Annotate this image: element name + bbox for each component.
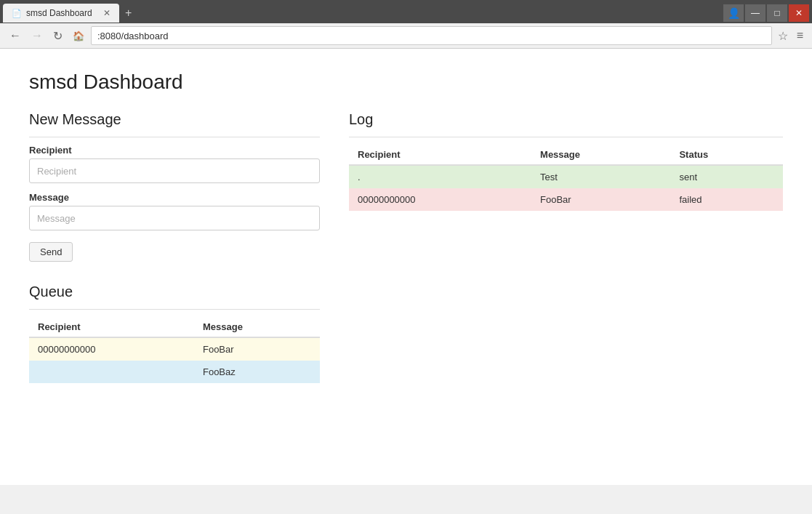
log-cell-message: Test: [531, 165, 670, 188]
log-col-message: Message: [531, 145, 670, 165]
navigation-toolbar: ← → ↻ 🏠 ☆ ≡: [0, 23, 812, 49]
page-title: smsd Dashboard: [29, 71, 783, 94]
minimize-button[interactable]: —: [745, 4, 765, 22]
message-input[interactable]: [29, 206, 320, 230]
queue-cell-recipient: 00000000000: [29, 337, 194, 361]
queue-table: Recipient Message 00000000000 FooBar Foo…: [29, 317, 320, 383]
new-tab-button[interactable]: +: [119, 4, 137, 23]
log-header-row: Recipient Message Status: [349, 145, 783, 165]
queue-cell-message: FooBar: [194, 337, 320, 361]
table-row: . Test sent: [349, 165, 783, 188]
message-label: Message: [29, 192, 320, 203]
back-button[interactable]: ←: [6, 28, 25, 44]
table-row: FooBaz: [29, 361, 320, 383]
tab-area: 📄 smsd Dashboard ✕ +: [3, 4, 137, 23]
log-col-status: Status: [670, 145, 783, 165]
browser-window: 📄 smsd Dashboard ✕ + 👤 — □ ✕ ← → ↻ 🏠 ☆ ≡…: [0, 0, 812, 485]
log-table: Recipient Message Status . Test sent 000…: [349, 145, 783, 211]
queue-cell-recipient: [29, 361, 194, 383]
log-cell-status: failed: [670, 188, 783, 211]
log-cell-recipient: 00000000000: [349, 188, 531, 211]
menu-button[interactable]: ≡: [794, 28, 806, 44]
queue-title: Queue: [29, 284, 320, 300]
tab-favicon: 📄: [12, 9, 22, 18]
new-message-divider: [29, 137, 320, 137]
send-button[interactable]: Send: [29, 242, 73, 262]
log-title: Log: [349, 111, 783, 128]
favorites-button[interactable]: ☆: [775, 28, 791, 44]
forward-button[interactable]: →: [28, 28, 47, 44]
toolbar-icons: ☆ ≡: [775, 28, 806, 44]
profile-button[interactable]: 👤: [723, 4, 744, 22]
queue-col-recipient: Recipient: [29, 317, 194, 337]
new-message-title: New Message: [29, 111, 320, 128]
recipient-label: Recipient: [29, 145, 320, 156]
close-button[interactable]: ✕: [789, 4, 809, 22]
left-column: New Message Recipient Message Send Queue: [29, 111, 320, 383]
page-content: smsd Dashboard New Message Recipient Mes…: [0, 49, 812, 485]
queue-col-message: Message: [194, 317, 320, 337]
table-row: 00000000000 FooBar failed: [349, 188, 783, 211]
title-bar: 📄 smsd Dashboard ✕ + 👤 — □ ✕: [0, 0, 812, 23]
new-message-section: New Message Recipient Message Send: [29, 111, 320, 262]
restore-button[interactable]: □: [767, 4, 787, 22]
active-tab[interactable]: 📄 smsd Dashboard ✕: [3, 4, 119, 23]
queue-cell-message: FooBaz: [194, 361, 320, 383]
queue-header-row: Recipient Message: [29, 317, 320, 337]
log-cell-status: sent: [670, 165, 783, 188]
recipient-input[interactable]: [29, 158, 320, 183]
tab-title: smsd Dashboard: [26, 8, 92, 18]
address-bar[interactable]: [91, 26, 772, 45]
tab-close-button[interactable]: ✕: [103, 8, 110, 18]
log-section: Log Recipient Message Status . Test sent: [349, 111, 783, 211]
main-layout: New Message Recipient Message Send Queue: [29, 111, 783, 383]
log-cell-message: FooBar: [531, 188, 670, 211]
reload-button[interactable]: ↻: [49, 28, 66, 44]
log-cell-recipient: .: [349, 165, 531, 188]
table-row: 00000000000 FooBar: [29, 337, 320, 361]
queue-divider: [29, 309, 320, 310]
home-button[interactable]: 🏠: [69, 29, 88, 43]
log-col-recipient: Recipient: [349, 145, 531, 165]
log-divider: [349, 137, 783, 137]
queue-section: Queue Recipient Message 00000000000 FooB…: [29, 284, 320, 383]
